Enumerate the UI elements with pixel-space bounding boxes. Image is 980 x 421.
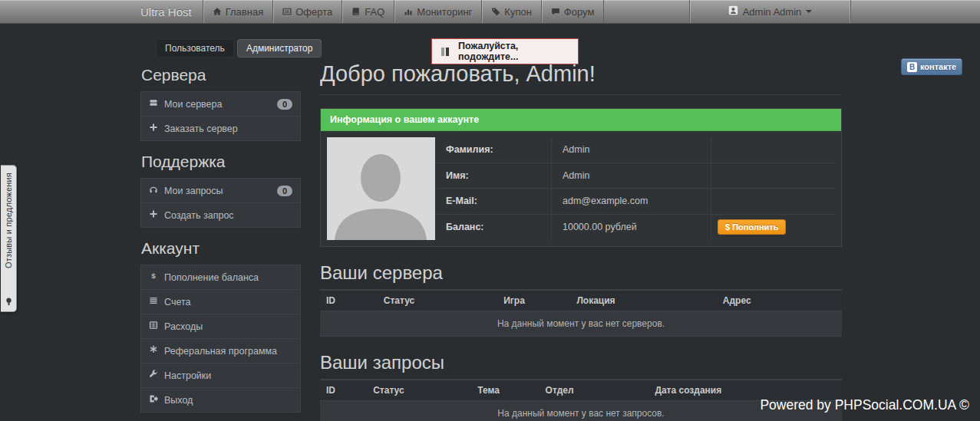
headphones-icon	[149, 185, 158, 196]
list-icon	[149, 296, 158, 308]
nav-item-coupon[interactable]: Купон	[481, 0, 541, 23]
servers-table-header-row: ID Статус Игра Локация Адрес	[320, 291, 842, 311]
account-row-label: Имя:	[437, 163, 552, 189]
plus-icon	[149, 209, 158, 221]
sidebar-group-servers: Мои сервера 0 Заказать сервер	[140, 91, 301, 141]
sidebar-item-referral-program[interactable]: Реферальная программа	[140, 338, 301, 363]
sidebar-section-title-servers: Сервера	[141, 66, 301, 84]
nav-item-label: Форум	[564, 6, 595, 18]
dollar-icon: $	[149, 271, 158, 283]
column-header: Тема	[471, 380, 539, 401]
column-header: Статус	[367, 380, 471, 401]
account-row-value: 10000.00 рублей	[552, 215, 711, 241]
sidebar-item-label: Расходы	[164, 321, 203, 332]
user-menu-label: Admin Admin	[743, 6, 802, 18]
chevron-down-icon	[806, 10, 812, 16]
tab-user[interactable]: Пользователь	[156, 39, 234, 58]
account-row-label: E-Mail:	[437, 189, 552, 215]
feedback-side-tab[interactable]: Отзывы и предложения	[1, 165, 17, 312]
sidebar-item-create-request[interactable]: Создать запрос	[140, 202, 301, 228]
sidebar-item-settings[interactable]: Настройки	[140, 363, 301, 388]
svg-text:$: $	[151, 271, 156, 280]
column-header: Адрес	[717, 291, 842, 311]
nav-item-forum[interactable]: Форум	[541, 0, 605, 23]
feedback-label: Отзывы и предложения	[4, 173, 13, 268]
count-badge: 0	[277, 99, 292, 110]
home-icon	[213, 7, 222, 16]
nav-item-label: FAQ	[365, 6, 384, 18]
offer-icon	[282, 7, 292, 16]
nav-item-label: Мониторинг	[417, 6, 472, 18]
requests-section-title: Ваши запросы	[320, 352, 842, 373]
sidebar-item-topup-balance[interactable]: $ Пополнение баланса	[140, 265, 301, 290]
sidebar-item-label: Мои сервера	[164, 99, 222, 110]
forum-icon	[551, 7, 560, 16]
wrench-icon	[149, 370, 158, 381]
ledger-icon	[149, 321, 158, 332]
top-navbar: Ultra Host Главная Оферта FAQ Мониторинг…	[0, 0, 980, 24]
tab-administrator[interactable]: Администратор	[237, 39, 322, 58]
nav-item-home[interactable]: Главная	[203, 0, 272, 23]
divider	[320, 94, 842, 95]
avatar	[327, 137, 435, 240]
sidebar-item-label: Заказать сервер	[164, 123, 238, 134]
count-badge: 0	[277, 186, 292, 196]
plus-icon	[149, 123, 158, 134]
sidebar-section-title-account: Аккаунт	[141, 239, 301, 258]
role-tabs: Пользователь Администратор	[156, 39, 322, 58]
brand-link[interactable]: Ultra Host	[140, 0, 203, 23]
account-panel-header: Информация о вашем аккаунте	[321, 109, 841, 131]
logout-icon	[149, 394, 158, 406]
welcome-heading: Добро пожаловать, Admin!	[320, 61, 842, 87]
column-header: Локация	[570, 291, 716, 311]
sidebar-item-label: Счета	[164, 297, 190, 308]
sidebar-item-my-servers[interactable]: Мои сервера 0	[140, 91, 301, 117]
sidebar-item-label: Мои запросы	[164, 186, 223, 196]
sidebar-item-label: Настройки	[164, 370, 211, 381]
topup-button[interactable]: $ Пополнить	[718, 219, 786, 235]
nav-item-faq[interactable]: FAQ	[342, 0, 394, 23]
vk-logo-icon: В	[907, 62, 917, 72]
column-header: ID	[320, 291, 378, 311]
lightbulb-icon	[5, 297, 13, 307]
main-content: Добро пожаловать, Admin! Информация о ва…	[320, 24, 842, 421]
monitoring-icon	[404, 7, 413, 16]
sidebar-item-expenses[interactable]: Расходы	[140, 314, 301, 339]
nav-item-offer[interactable]: Оферта	[272, 0, 342, 23]
sidebar: Сервера Мои сервера 0 Заказать сервер По…	[140, 64, 301, 413]
sidebar-item-label: Выход	[164, 395, 193, 406]
faq-icon	[351, 7, 361, 16]
powered-by-watermark: Powered by PHPSocial.COM.UA ©	[760, 397, 969, 413]
sidebar-item-order-server[interactable]: Заказать сервер	[140, 116, 301, 141]
vk-label: контакте	[920, 62, 956, 71]
table-row: На данный момент у вас нет серверов.	[320, 311, 842, 337]
column-header: Игра	[497, 291, 570, 311]
account-info-table: Фамилия: Admin Имя: Admin E-Mail: adm@ex…	[437, 137, 835, 240]
account-row-value: Admin	[552, 137, 711, 163]
sidebar-group-account: $ Пополнение баланса Счета Расходы Рефер…	[140, 265, 301, 413]
account-row-action: $ Пополнить	[711, 215, 835, 241]
nav-item-label: Главная	[226, 6, 263, 18]
sidebar-item-label: Пополнение баланса	[164, 272, 259, 283]
sidebar-item-invoices[interactable]: Счета	[140, 289, 301, 314]
account-row-label: Баланс:	[437, 215, 552, 241]
account-row-action	[711, 189, 835, 215]
sidebar-section-title-support: Поддержка	[141, 153, 301, 171]
account-row-label: Фамилия:	[437, 137, 552, 163]
nav-item-monitoring[interactable]: Мониторинг	[394, 0, 481, 23]
coupon-icon	[491, 7, 500, 16]
servers-section-title: Ваши сервера	[320, 262, 842, 284]
user-icon	[728, 5, 738, 18]
sidebar-item-label: Создать запрос	[164, 210, 234, 221]
nav-item-label: Купон	[504, 6, 532, 18]
account-row-action	[711, 163, 835, 189]
user-menu-dropdown[interactable]: Admin Admin	[689, 0, 851, 23]
column-header: Отдел	[539, 380, 649, 401]
server-icon	[149, 98, 158, 110]
vkontakte-button[interactable]: В контакте	[901, 58, 962, 75]
account-row-value: adm@example.com	[552, 189, 711, 215]
sidebar-item-logout[interactable]: Выход	[140, 387, 301, 413]
column-header: Статус	[378, 291, 497, 311]
servers-table: ID Статус Игра Локация Адрес На данный м…	[320, 290, 842, 337]
sidebar-item-my-requests[interactable]: Мои запросы 0	[140, 178, 301, 203]
